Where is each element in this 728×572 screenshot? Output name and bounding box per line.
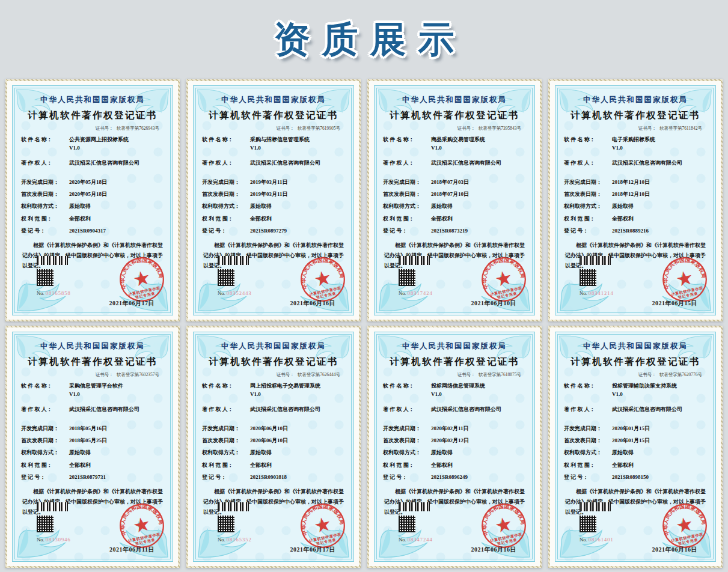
field-software-name: 软 件 名 称： 采购信息管理平台软件 V1.0: [21, 383, 164, 398]
barcode: [218, 502, 249, 511]
field-right-acquisition: 权利取得方式： 原始取得: [202, 449, 345, 456]
certificate-paper: 中华人民共和国国家版权局 计算机软件著作权登记证书 证书号：软著登字第76264…: [188, 327, 359, 566]
certificate-inner: 中华人民共和国国家版权局 计算机软件著作权登记证书 证书号：软著登字第76118…: [555, 85, 716, 315]
barcode: [399, 502, 430, 511]
codes-column: No. 08317424: [399, 256, 433, 296]
certificate-fields: 软 件 名 称： 投标网络信息管理系统 V1.0 著 作 权 人： 武汉招采汇信…: [383, 383, 526, 481]
right-acquisition-label: 权利取得方式：: [383, 203, 431, 210]
software-name-label: 软 件 名 称：: [564, 383, 612, 398]
field-first-publish-date: 首次发表日期： 2018年12月10日: [564, 191, 707, 198]
certificate-number-row: 证书号：软著登字第7626943号: [21, 126, 159, 132]
right-acquisition-label: 权利取得方式：: [202, 449, 250, 456]
field-first-publish-date: 首次发表日期： 2019年03月11日: [202, 191, 345, 198]
right-scope-label: 权 利 范 围：: [383, 216, 431, 222]
barcode: [37, 502, 68, 511]
field-first-publish-date: 首次发表日期： 2020年05月18日: [21, 191, 164, 198]
issue-date: 2021年06月15日: [652, 299, 698, 308]
right-scope-label: 权 利 范 围：: [383, 462, 431, 469]
first-publish-date-label: 首次发表日期：: [21, 191, 69, 198]
issue-date: 2021年06月17日: [290, 546, 336, 554]
seal-star-icon: ★: [131, 512, 153, 538]
serial-value: 08352443: [227, 290, 252, 296]
field-right-acquisition: 权利取得方式： 原始取得: [564, 449, 707, 456]
right-acquisition-value: 原始取得: [612, 203, 634, 210]
field-reg-no: 登 记 号： 2021SR0889216: [564, 228, 707, 234]
right-acquisition-value: 原始取得: [69, 449, 91, 456]
certificate-bottom: No. 08330946 中华人民共和国国家版权局 ★ 计算机软件著作权 登记专…: [13, 501, 173, 561]
copyright-owner-label: 著 作 权 人：: [21, 160, 69, 166]
right-scope-value: 全部权利: [69, 462, 91, 469]
certificate-number-row: 证书号：软著登字第7618875号: [383, 372, 521, 378]
certificate-bottom: No. 08165858 中华人民共和国国家版权局 ★ 计算机软件著作权 登记专…: [13, 255, 173, 315]
dev-complete-date-value: 2019年03月11日: [250, 179, 288, 186]
seal-star-icon: ★: [674, 512, 696, 538]
serial-prefix: No.: [37, 537, 44, 543]
reg-no-value: 2021SR0896249: [431, 474, 468, 481]
certificate-card: 中华人民共和国国家版权局 计算机软件著作权登记证书 证书号：软著登字第76269…: [5, 79, 180, 321]
certificate-card: 中华人民共和国国家版权局 计算机软件著作权登记证书 证书号：软著登字第73958…: [367, 79, 542, 321]
software-name-label: 软 件 名 称：: [383, 383, 431, 398]
certificate-inner: 中华人民共和国国家版权局 计算机软件著作权登记证书 证书号：软著登字第73958…: [374, 85, 535, 315]
right-acquisition-value: 原始取得: [250, 449, 272, 456]
certificate-issuer: 中华人民共和国国家版权局: [564, 341, 707, 351]
copyright-owner-label: 著 作 权 人：: [202, 406, 250, 413]
serial-number: No. 08352443: [218, 290, 252, 296]
field-right-scope: 权 利 范 围： 全部权利: [21, 216, 164, 222]
serial-prefix: No.: [399, 537, 406, 543]
first-publish-date-label: 首次发表日期：: [21, 437, 69, 444]
dev-complete-date-label: 开发完成日期：: [383, 179, 431, 186]
certificate-grid: 中华人民共和国国家版权局 计算机软件著作权登记证书 证书号：软著登字第76269…: [0, 79, 728, 568]
issue-date: 2021年06月10日: [471, 299, 517, 308]
serial-number: No. 08317424: [399, 290, 433, 296]
software-version-text: V1.0: [431, 145, 485, 151]
certificate-content: 中华人民共和国国家版权局 计算机软件著作权登记证书 证书号：软著登字第76207…: [555, 332, 715, 517]
certificate-paper: 中华人民共和国国家版权局 计算机软件著作权登记证书 证书号：软著登字第73958…: [369, 81, 540, 320]
field-right-scope: 权 利 范 围： 全部权利: [383, 216, 526, 222]
software-name-value: 商品采购交易管理系统 V1.0: [431, 136, 485, 152]
field-first-publish-date: 首次发表日期： 2018年05月25日: [21, 437, 164, 444]
dev-complete-date-label: 开发完成日期：: [21, 425, 69, 432]
right-acquisition-label: 权利取得方式：: [383, 449, 431, 456]
right-scope-label: 权 利 范 围：: [21, 462, 69, 469]
page-title: 资质展示: [262, 16, 466, 64]
serial-value: 08165352: [227, 537, 252, 543]
certificate-issuer: 中华人民共和国国家版权局: [564, 95, 707, 105]
software-name-label: 软 件 名 称：: [383, 136, 431, 152]
software-name-label: 软 件 名 称：: [202, 136, 250, 152]
certificate-number-row: 证书号：软著登字第7626444号: [202, 372, 340, 378]
right-acquisition-label: 权利取得方式：: [564, 203, 612, 210]
software-name-value: 采购与招标信息管理系统 V1.0: [250, 136, 310, 152]
barcode: [580, 256, 611, 265]
right-acquisition-label: 权利取得方式：: [21, 203, 69, 210]
field-reg-no: 登 记 号： 2021SR0896249: [383, 474, 526, 481]
copyright-owner-value: 武汉招采汇信息咨询有限公司: [69, 406, 139, 413]
qr-code-icon: [580, 269, 596, 286]
field-dev-complete-date: 开发完成日期： 2019年03月11日: [202, 179, 345, 186]
certificate-number-row: 证书号：软著登字第7602357号: [21, 372, 159, 378]
certificate-issuer: 中华人民共和国国家版权局: [21, 341, 164, 351]
certificate-number-value: 软著登字第7395843号: [479, 126, 521, 131]
software-name-text: 商品采购交易管理系统: [431, 136, 485, 143]
reg-no-value: 2021SR0898150: [612, 474, 649, 481]
barcode: [37, 256, 68, 265]
first-publish-date-label: 首次发表日期：: [564, 191, 612, 198]
first-publish-date-value: 2018年07月10日: [431, 191, 469, 198]
copyright-owner-value: 武汉招采汇信息咨询有限公司: [69, 160, 139, 166]
field-dev-complete-date: 开发完成日期： 2018年05月16日: [21, 425, 164, 432]
serial-number: No. 08341214: [580, 290, 614, 296]
field-software-name: 软 件 名 称： 商品采购交易管理系统 V1.0: [383, 136, 526, 152]
serial-number: No. 08330946: [37, 537, 71, 543]
field-software-name: 软 件 名 称： 网上招投标电子交易管理系统 V1.0: [202, 383, 345, 398]
first-publish-date-value: 2018年12月10日: [612, 191, 650, 198]
field-software-name: 软 件 名 称： 投标网络信息管理系统 V1.0: [383, 383, 526, 398]
qr-code-icon: [218, 269, 234, 286]
right-acquisition-value: 原始取得: [612, 449, 634, 456]
issue-date: 2021年06月16日: [652, 546, 698, 554]
software-name-value: 投标管理辅助决策支持系统 V1.0: [612, 383, 677, 398]
seal-star-icon: ★: [493, 266, 515, 291]
right-scope-value: 全部权利: [69, 216, 91, 222]
first-publish-date-value: 2020年01月15日: [612, 437, 650, 444]
dev-complete-date-value: 2018年07月03日: [431, 179, 469, 186]
software-name-value: 公共资源网上招投标系统 V1.0: [69, 136, 129, 152]
reg-no-label: 登 记 号：: [564, 474, 612, 481]
